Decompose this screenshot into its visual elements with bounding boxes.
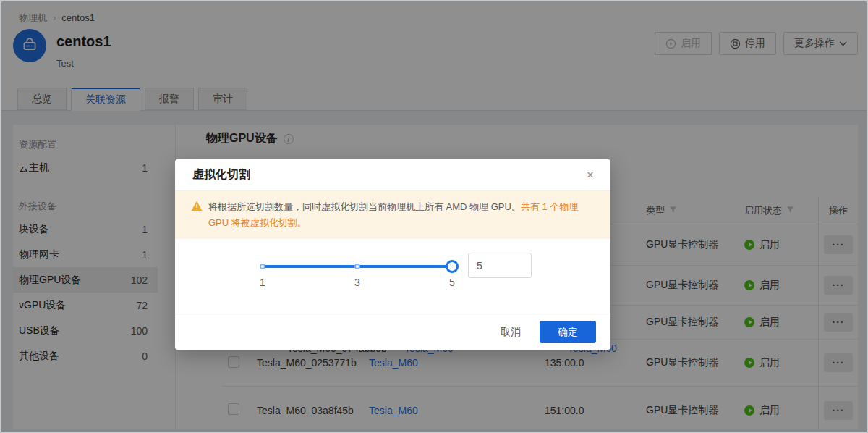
split-count-slider[interactable]: 1 3 5 xyxy=(263,259,452,288)
slider-mark xyxy=(354,264,360,269)
slider-handle[interactable] xyxy=(446,260,459,273)
warning-text: 将根据所选切割数量，同时虚拟化切割当前物理机上所有 AMD 物理 GPU。共有 … xyxy=(208,199,595,239)
dialog-title: 虚拟化切割 xyxy=(192,167,250,182)
cancel-button[interactable]: 取消 xyxy=(501,326,521,339)
slider-label-min: 1 xyxy=(260,277,265,288)
confirm-button[interactable]: 确定 xyxy=(540,321,596,343)
dialog-header: 虚拟化切割 xyxy=(175,159,610,191)
warning-triangle-icon xyxy=(191,201,203,239)
app-window: 物理机›centos1 centos1 Test 启用 xyxy=(0,0,868,433)
slider-label-mid: 3 xyxy=(354,277,360,288)
dialog-footer: 取消 确定 xyxy=(175,314,610,350)
virtualization-split-dialog: 虚拟化切割 × 将根据所选切割数量，同时虚拟化切割当前物理机上所有 AMD 物理… xyxy=(175,159,610,350)
slider-mark xyxy=(260,264,265,269)
close-icon[interactable]: × xyxy=(582,167,599,184)
slider-label-max: 5 xyxy=(449,277,455,288)
warning-alert: 将根据所选切割数量，同时虚拟化切割当前物理机上所有 AMD 物理 GPU。共有 … xyxy=(175,191,610,239)
split-count-input[interactable] xyxy=(468,253,532,278)
